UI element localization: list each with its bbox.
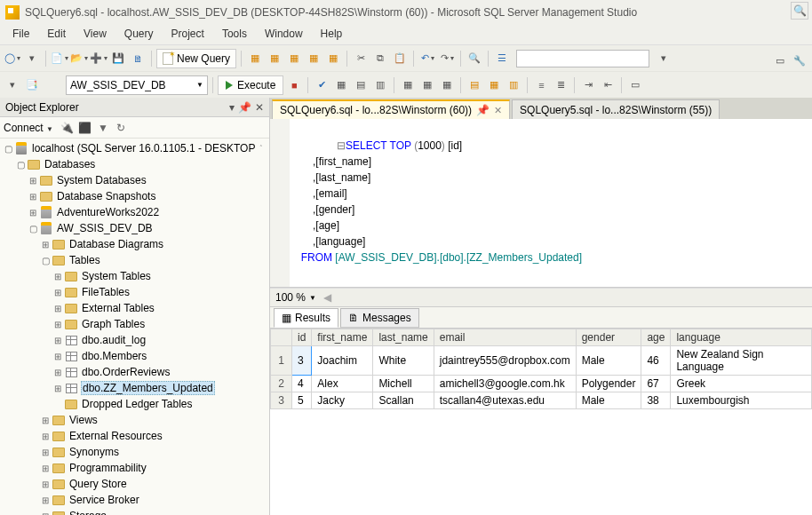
menu-tools[interactable]: Tools xyxy=(213,25,256,44)
intellisense-button[interactable]: ▥ xyxy=(371,76,389,94)
comment-button[interactable]: ≡ xyxy=(532,76,550,94)
tree-synonyms[interactable]: ⊞Synonyms xyxy=(2,444,269,460)
zoom-value[interactable]: 100 % xyxy=(275,291,306,304)
tree-members[interactable]: ⊞dbo.Members xyxy=(2,348,269,364)
tree-zz-members-updated[interactable]: ⊞dbo.ZZ_Members_Updated xyxy=(2,380,269,396)
xe-button-4[interactable]: ▦ xyxy=(305,50,322,67)
redo-button[interactable]: ↷ xyxy=(438,50,456,67)
copy-button[interactable]: ⧉ xyxy=(371,50,389,67)
tree-system-databases[interactable]: ⊞System Databases xyxy=(2,172,269,188)
clientstats-button[interactable]: ▦ xyxy=(438,76,456,94)
tree-orderreviews[interactable]: ⊞dbo.OrderReviews xyxy=(2,364,269,380)
tree-graph-tables[interactable]: ⊞Graph Tables xyxy=(2,316,269,332)
database-combo[interactable]: AW_SSIS_DEV_DB ▼ xyxy=(66,75,208,95)
execute-button[interactable]: Execute xyxy=(218,75,283,95)
xe-button-5[interactable]: ▦ xyxy=(324,50,342,67)
indent-button[interactable]: ⇥ xyxy=(579,76,597,94)
tree-audit-log[interactable]: ⊞dbo.audit_log xyxy=(2,332,269,348)
tree-storage[interactable]: ⊞Storage xyxy=(2,508,269,515)
table-row[interactable]: 1 3 Joachim White jdaintrey555@dropbox.c… xyxy=(271,346,812,376)
quick-launch-search[interactable]: 🔍 xyxy=(791,2,808,20)
tree-aw-ssis-dev-db[interactable]: ▢AW_SSIS_DEV_DB xyxy=(2,220,269,236)
filter-icon[interactable]: ▼ xyxy=(96,121,110,135)
find-button[interactable]: 🔍 xyxy=(466,50,483,67)
uncomment-button[interactable]: ≣ xyxy=(552,76,569,94)
pin-icon[interactable]: 📌 xyxy=(476,104,490,116)
col-rownum[interactable] xyxy=(271,329,292,346)
col-id[interactable]: id xyxy=(292,329,312,346)
col-first-name[interactable]: first_name xyxy=(312,329,373,346)
close-icon[interactable]: ✕ xyxy=(255,101,264,114)
navigate-back-button[interactable]: ◯ xyxy=(4,50,21,67)
activity-button[interactable]: ▭ xyxy=(771,52,789,69)
tree-databases[interactable]: ▢Databases xyxy=(2,156,269,172)
open-item-button[interactable]: 📂 xyxy=(70,50,88,67)
tab-results[interactable]: ▦ Results xyxy=(274,308,338,328)
paste-button[interactable]: 📋 xyxy=(391,50,409,67)
undo-button[interactable]: ↶ xyxy=(418,50,436,67)
toolbox-dd[interactable]: ▾ xyxy=(655,50,673,67)
solution-button[interactable]: ☰ xyxy=(493,50,511,67)
sql-editor[interactable]: ⊟SELECT TOP (1000) [id] ,[first_name] ,[… xyxy=(270,119,812,288)
disconnect-icon[interactable]: 🔌 xyxy=(60,121,75,135)
menu-view[interactable]: View xyxy=(75,25,115,44)
table-row[interactable]: 2 4 Alex Michell amichell3@google.com.hk… xyxy=(271,376,812,392)
col-email[interactable]: email xyxy=(434,329,576,346)
chevron-down-icon[interactable]: ▼ xyxy=(309,294,316,302)
menu-file[interactable]: File xyxy=(4,25,38,44)
tree-tables[interactable]: ▢Tables xyxy=(2,252,269,268)
add-item-button[interactable]: ➕ xyxy=(90,50,107,67)
col-age[interactable]: age xyxy=(641,329,671,346)
refresh-icon[interactable]: ↻ xyxy=(114,121,128,135)
xe-button-3[interactable]: ▦ xyxy=(285,50,303,67)
drill-button[interactable]: ▾ xyxy=(4,76,21,94)
tree-programmability[interactable]: ⊞Programmability xyxy=(2,460,269,476)
tree-db-diagrams[interactable]: ⊞Database Diagrams xyxy=(2,236,269,252)
menu-window[interactable]: Window xyxy=(256,25,312,44)
actplan-button[interactable]: ▦ xyxy=(399,76,417,94)
menu-project[interactable]: Project xyxy=(163,25,213,44)
object-explorer-tree[interactable]: ▢localhost (SQL Server 16.0.1105.1 - DES… xyxy=(0,139,269,515)
tree-adventureworks[interactable]: ⊞AdventureWorks2022 xyxy=(2,204,269,220)
save-button[interactable]: 💾 xyxy=(109,50,127,67)
tree-dropped-ledger[interactable]: Dropped Ledger Tables xyxy=(2,396,269,412)
livestats-button[interactable]: ▦ xyxy=(418,76,436,94)
specify-values-button[interactable]: ▭ xyxy=(626,76,644,94)
queryopts-button[interactable]: ▤ xyxy=(352,76,370,94)
pin-icon[interactable]: 📌 xyxy=(238,101,251,114)
tab-messages[interactable]: 🗎 Messages xyxy=(340,308,419,328)
stop-icon[interactable]: ⬛ xyxy=(78,121,92,135)
menu-query[interactable]: Query xyxy=(115,25,163,44)
estplan-button[interactable]: ▦ xyxy=(332,76,350,94)
tab-sqlquery5[interactable]: SQLQuery5.sql - lo...82S\Winstorm (55)) xyxy=(512,99,720,119)
navigate-fwd-button[interactable]: ▾ xyxy=(23,50,41,67)
tree-external-resources[interactable]: ⊞External Resources xyxy=(2,428,269,444)
tree-database-snapshots[interactable]: ⊞Database Snapshots xyxy=(2,188,269,204)
results-grid[interactable]: id first_name last_name email gender age… xyxy=(270,329,812,515)
parse-button[interactable]: ✔ xyxy=(313,76,330,94)
new-item-button[interactable]: 📄 xyxy=(51,50,68,67)
settings-button[interactable]: 🔧 xyxy=(791,52,808,69)
menu-help[interactable]: Help xyxy=(312,25,352,44)
tree-server[interactable]: ▢localhost (SQL Server 16.0.1105.1 - DES… xyxy=(2,140,269,156)
tree-query-store[interactable]: ⊞Query Store xyxy=(2,476,269,492)
stop-button[interactable]: ■ xyxy=(285,76,303,94)
tree-views[interactable]: ⊞Views xyxy=(2,412,269,428)
col-gender[interactable]: gender xyxy=(576,329,641,346)
outdent-button[interactable]: ⇤ xyxy=(599,76,617,94)
col-last-name[interactable]: last_name xyxy=(373,329,434,346)
col-language[interactable]: language xyxy=(671,329,812,346)
toolbox-combo[interactable] xyxy=(516,50,649,67)
close-icon[interactable]: ✕ xyxy=(494,105,502,116)
menu-edit[interactable]: Edit xyxy=(38,25,75,44)
cut-button[interactable]: ✂ xyxy=(352,50,370,67)
xe-button-2[interactable]: ▦ xyxy=(266,50,283,67)
connect-button[interactable]: Connect ▼ xyxy=(4,122,57,134)
table-row[interactable]: 3 5 Jacky Scallan tscallan4@utexas.edu M… xyxy=(271,392,812,409)
new-query-button[interactable]: New Query xyxy=(156,49,236,68)
xe-button-1[interactable]: ▦ xyxy=(246,50,264,67)
tree-system-tables[interactable]: ⊞System Tables xyxy=(2,268,269,284)
tree-external-tables[interactable]: ⊞External Tables xyxy=(2,300,269,316)
results-grid-button[interactable]: ▦ xyxy=(485,76,503,94)
nav-left-icon[interactable]: ◀ xyxy=(323,291,331,304)
